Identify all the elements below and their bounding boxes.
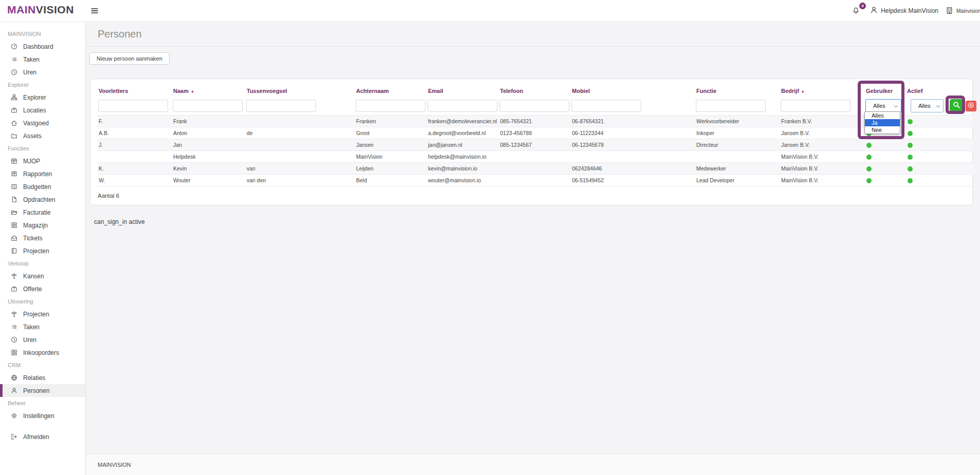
search-button[interactable] (950, 99, 964, 113)
column-header-actions (949, 85, 973, 97)
notifications-button[interactable]: 0 (852, 6, 863, 15)
sidebar-section-verkoop: Verkoop (0, 257, 85, 270)
gebruiker-status-dot (866, 155, 872, 160)
sidebar-item-tickets[interactable]: Tickets (0, 232, 85, 244)
top-bar: MAINVISION 0 Helpdesk MainVision Mainvis… (0, 0, 980, 22)
column-header-voorletters[interactable]: Voorletters (98, 85, 172, 97)
sidebar-item-offerte[interactable]: Offerte (0, 282, 85, 295)
sidebar-item-afmelden[interactable]: Afmelden (0, 430, 85, 443)
persons-table: VoorlettersNaam▲TussenvoegselAchternaamE… (98, 85, 973, 186)
table-row[interactable]: HelpdeskMainVisionhelpdesk@mainvision.io… (98, 151, 973, 163)
footer-brand: MAINVISION (98, 462, 131, 468)
reset-filter-button[interactable] (966, 101, 976, 111)
sidebar-item-personen[interactable]: Personen (0, 384, 85, 397)
table-row[interactable]: W.Woutervan denBeldwouter@mainvision.io0… (98, 175, 973, 186)
filter-input-naam[interactable] (173, 100, 243, 112)
logo-vision: VISION (36, 4, 74, 15)
gebruiker-status-dot (866, 166, 872, 172)
actief-status-dot (908, 155, 913, 160)
sidebar-item-rapporten[interactable]: Rapporten (0, 167, 85, 180)
column-header-telefoon[interactable]: Telefoon (499, 85, 571, 97)
sidebar-item-taken[interactable]: Taken (0, 53, 85, 66)
title-bar: Personen (86, 22, 980, 47)
column-header-email[interactable]: Email (427, 85, 499, 97)
sidebar-item-explorer[interactable]: Explorer (0, 91, 85, 104)
sidebar-section-explorer: Explorer (0, 79, 85, 91)
actief-status-dot (908, 178, 913, 183)
filter-select-actief[interactable]: Alles (911, 99, 944, 112)
new-person-button[interactable]: Nieuw persoon aanmaken (89, 52, 170, 65)
filter-input-mobiel[interactable] (571, 100, 641, 112)
chevron-down-icon (894, 104, 898, 108)
sidebar-item-vastgoed[interactable]: Vastgoed (0, 117, 85, 129)
user-icon (870, 6, 878, 15)
column-header-gebruiker[interactable]: Gebruiker (865, 85, 906, 97)
column-header-naam[interactable]: Naam▲ (172, 85, 246, 97)
briefcase-icon (11, 286, 18, 293)
user-icon (11, 387, 18, 394)
filter-input-email[interactable] (428, 100, 497, 112)
column-header-functie[interactable]: Functie (695, 85, 780, 97)
filter-note: can_sign_in active (94, 218, 980, 225)
column-header-achternaam[interactable]: Achternaam (355, 85, 427, 97)
chevron-down-icon (936, 104, 940, 108)
gebruiker-filter-dropdown: Alles Ja Nee (864, 111, 900, 134)
filter-select-gebruiker[interactable]: Alles (865, 99, 901, 112)
sign-out-icon (11, 433, 18, 441)
filter-input-telefoon[interactable] (500, 100, 569, 112)
gebruiker-status-dot (866, 143, 872, 148)
table-row[interactable]: F.FrankFrankenfranken@demoleverancier.nl… (98, 116, 973, 127)
globe-icon (11, 374, 18, 382)
gebruiker-status-dot (866, 178, 872, 183)
file-icon (11, 196, 18, 203)
sidebar-item-dashboard[interactable]: Dashboard (0, 40, 85, 53)
filter-input-bedrijf[interactable] (781, 100, 850, 112)
company-menu[interactable]: Mainvision B.V. (946, 7, 980, 15)
sidebar-item-uren[interactable]: Uren (0, 66, 85, 79)
sidebar-item-locaties[interactable]: Locaties (0, 104, 85, 117)
sitemap-icon (11, 94, 18, 101)
sidebar-item-facturatie[interactable]: Facturatie (0, 206, 85, 219)
filter-input-functie[interactable] (696, 100, 766, 112)
column-header-tussenvoegsel[interactable]: Tussenvoegsel (246, 85, 355, 97)
actief-status-dot (908, 166, 913, 172)
sidebar-item-projecten[interactable]: Projecten (0, 308, 85, 320)
sidebar-item-assets[interactable]: Assets (0, 129, 85, 142)
sidebar-item-magazijn[interactable]: Magazijn (0, 219, 85, 232)
sidebar-section-uitvoering: Uitvoering (0, 295, 85, 308)
sidebar-item-inkooporders[interactable]: Inkooporders (0, 346, 85, 359)
clock-icon (11, 336, 18, 344)
logo-main: MAIN (7, 4, 36, 15)
page-footer: MAINVISION (86, 453, 980, 475)
filter-input-tussenvoegsel[interactable] (246, 100, 316, 112)
sidebar-item-kansen[interactable]: Kansen (0, 270, 85, 282)
dropdown-option-alles[interactable]: Alles (865, 112, 900, 119)
search-icon (953, 101, 960, 110)
column-header-bedrijf[interactable]: Bedrijf▲ (780, 85, 865, 97)
column-header-mobiel[interactable]: Mobiel (571, 85, 695, 97)
sidebar-item-projecten[interactable]: Projecten (0, 244, 85, 257)
filter-input-voorletters[interactable] (98, 100, 168, 112)
table-row[interactable]: K.KevinvanLeijdenkevin@mainvision.io0624… (98, 163, 973, 175)
sidebar-item-relaties[interactable]: Relaties (0, 371, 85, 384)
table-row[interactable]: J.JanJansenjan@jansen.nl085-123456706-12… (98, 139, 973, 151)
table-row[interactable]: A.B.AntondeGroota.degroot@voorbeeld.nl01… (98, 127, 973, 139)
sidebar-item-taken[interactable]: Taken (0, 320, 85, 333)
user-menu[interactable]: Helpdesk MainVision (870, 6, 938, 15)
dropdown-option-ja[interactable]: Ja (865, 119, 900, 126)
column-header-actief[interactable]: Actief (906, 85, 949, 97)
sidebar-item-instellingen[interactable]: Instellingen (0, 409, 85, 422)
sidebar-item-uren[interactable]: Uren (0, 333, 85, 346)
dropdown-option-nee[interactable]: Nee (865, 126, 900, 134)
calendar-icon (11, 158, 18, 165)
list-icon (11, 56, 18, 63)
sidebar-item-budgetten[interactable]: Budgetten (0, 180, 85, 193)
actief-status-dot (908, 119, 913, 124)
sign-icon (11, 311, 18, 318)
circle-x-icon (968, 102, 974, 110)
sidebar-item-opdrachten[interactable]: Opdrachten (0, 193, 85, 206)
filter-input-achternaam[interactable] (356, 100, 426, 112)
sidebar-item-mjop[interactable]: MJOP (0, 155, 85, 167)
notification-badge: 0 (859, 3, 866, 9)
menu-toggle-icon[interactable] (90, 7, 99, 15)
